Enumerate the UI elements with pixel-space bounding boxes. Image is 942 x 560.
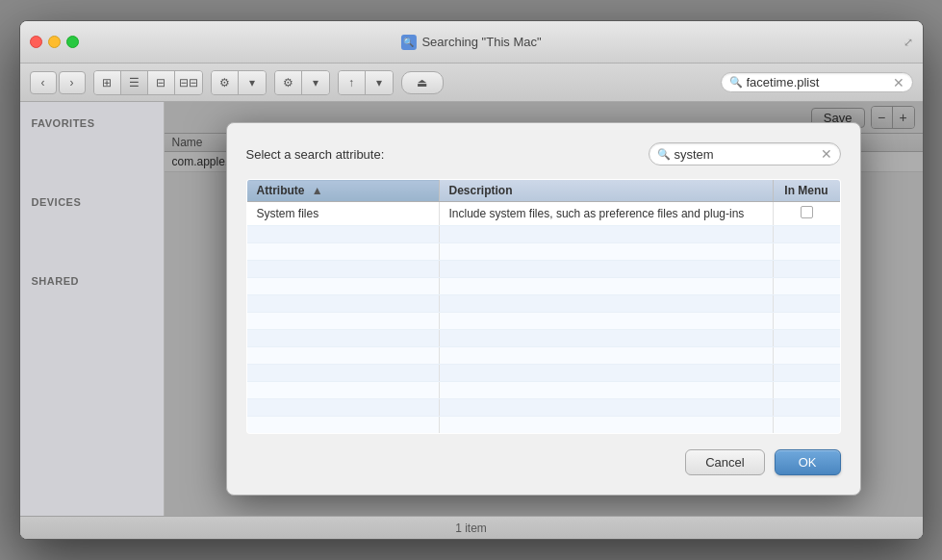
table-row [246,347,840,365]
modal-search-icon: 🔍 [657,148,671,161]
column-view-button[interactable]: ⊟ [148,71,175,94]
arrange-buttons: ⚙ ▾ [211,70,267,95]
table-row[interactable]: System files Include system files, such … [246,202,840,226]
table-row [246,399,840,417]
finder-icon: 🔍 [400,35,416,50]
status-text: 1 item [455,522,487,535]
action-dropdown[interactable]: ▾ [302,71,329,94]
modal-search-bar[interactable]: 🔍 ✕ [649,142,841,165]
table-row [246,261,840,278]
coverflow-view-button[interactable]: ⊟⊟ [175,71,202,94]
share-dropdown[interactable]: ▾ [366,71,393,94]
inmenu-column-header[interactable]: In Menu [773,180,840,202]
back-button[interactable]: ‹ [30,71,57,94]
forward-button[interactable]: › [59,71,86,94]
modal-buttons: Cancel OK [246,449,841,475]
table-row [246,313,840,330]
search-icon: 🔍 [729,76,743,89]
sidebar-section-shared: SHARED [20,269,164,291]
search-clear-icon[interactable]: ✕ [893,76,904,89]
sort-arrow-icon: ▲ [312,184,323,197]
status-bar: 1 item [20,516,923,539]
arrange-dropdown[interactable]: ▾ [239,71,266,94]
description-cell: Include system files, such as preference… [439,202,773,226]
share-button[interactable]: ↑ [339,71,366,94]
right-panel: Save − + Name Kind com.apple.FaceTime.pl… [165,102,923,516]
search-attribute-modal: Select a search attribute: 🔍 ✕ Attribute [226,122,861,496]
search-bar[interactable]: 🔍 ✕ [721,72,913,92]
sidebar-section-favorites: FAVORITES [20,112,164,133]
share-buttons: ↑ ▾ [338,70,394,95]
table-row [246,365,840,382]
modal-overlay: Select a search attribute: 🔍 ✕ Attribute [165,102,923,516]
sidebar-section-devices: DEVICES [20,191,164,212]
inmenu-cell [773,202,840,226]
attribute-table-body: System files Include system files, such … [246,202,840,434]
table-row [246,417,840,434]
titlebar-center: 🔍 Searching "This Mac" [400,35,541,50]
table-row [246,243,840,261]
eject-button[interactable]: ⏏ [401,71,444,94]
attribute-cell: System files [246,202,439,226]
modal-search-clear-icon[interactable]: ✕ [821,146,832,162]
table-row [246,382,840,399]
window-title: Searching "This Mac" [421,35,541,49]
icon-view-button[interactable]: ⊞ [94,71,121,94]
arrange-button[interactable]: ⚙ [212,71,239,94]
modal-top: Select a search attribute: 🔍 ✕ [246,142,841,165]
ok-button[interactable]: OK [775,449,841,475]
main-content: FAVORITES DEVICES SHARED Save − + Name K… [20,102,923,516]
cancel-button[interactable]: Cancel [685,449,764,475]
action-button[interactable]: ⚙ [275,71,302,94]
table-row [246,278,840,295]
toolbar: ‹ › ⊞ ☰ ⊟ ⊟⊟ ⚙ ▾ ⚙ ▾ ↑ ▾ ⏏ 🔍 ✕ [20,64,923,102]
inmenu-checkbox[interactable] [801,206,813,218]
nav-buttons: ‹ › [30,71,86,94]
table-row [246,226,840,243]
attribute-column-header[interactable]: Attribute ▲ [246,180,439,202]
modal-search-input[interactable] [675,147,817,162]
table-header-row: Attribute ▲ Description In Menu [246,180,840,202]
traffic-lights [30,36,79,48]
resize-icon: ⤢ [904,36,913,49]
view-buttons: ⊞ ☰ ⊟ ⊟⊟ [93,70,203,95]
titlebar: 🔍 Searching "This Mac" ⤢ [20,21,923,64]
table-row [246,330,840,347]
action-buttons: ⚙ ▾ [274,70,330,95]
search-input[interactable] [747,75,889,89]
attribute-table: Attribute ▲ Description In Menu System f… [246,179,841,434]
close-button[interactable] [30,36,42,48]
description-column-header[interactable]: Description [439,180,773,202]
table-row [246,295,840,313]
modal-title: Select a search attribute: [246,147,385,162]
sidebar: FAVORITES DEVICES SHARED [20,102,165,516]
finder-window: 🔍 Searching "This Mac" ⤢ ‹ › ⊞ ☰ ⊟ ⊟⊟ ⚙ … [19,20,924,540]
minimize-button[interactable] [48,36,61,48]
list-view-button[interactable]: ☰ [121,71,148,94]
maximize-button[interactable] [66,36,79,48]
